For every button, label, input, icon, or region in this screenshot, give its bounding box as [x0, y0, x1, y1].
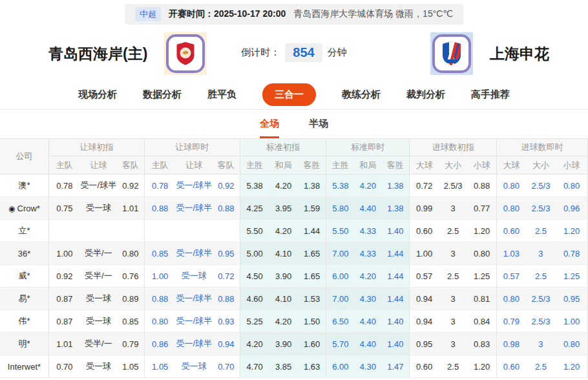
odds-cell: 7.00: [326, 242, 354, 265]
group-header-5: 进球数即时: [497, 139, 588, 156]
odds-cell: 0.78: [556, 242, 587, 265]
odds-cell: 0.81: [467, 288, 496, 310]
nav-tab-3[interactable]: 三合一: [262, 83, 316, 106]
odds-cell: 受半/一: [80, 242, 117, 265]
odds-cell: 1.44: [381, 265, 409, 288]
odds-cell: [213, 220, 240, 242]
nav-tab-6[interactable]: 高手推荐: [471, 83, 510, 106]
company-name: ◉Crow*: [0, 197, 48, 220]
company-column-header: 公司: [0, 139, 48, 174]
odds-cell: 5.50: [326, 220, 354, 242]
odds-cell: 2.5: [526, 355, 556, 378]
group-header-1: 让球即时: [144, 139, 240, 156]
nav-tab-1[interactable]: 数据分析: [143, 83, 182, 106]
odds-cell: 5.50: [240, 220, 269, 242]
odds-cell: 3: [439, 242, 467, 265]
group-header-0: 让球初指: [48, 139, 144, 156]
odds-cell: 2.5/3: [526, 310, 556, 333]
odds-cell: 0.70: [213, 355, 240, 378]
sub-tab-1[interactable]: 半场: [309, 118, 328, 138]
group-header-2: 标准初指: [240, 139, 326, 156]
odds-cell: 4.20: [354, 265, 381, 288]
odds-cell: 3.90: [269, 333, 297, 355]
odds-cell: 4.40: [354, 333, 381, 355]
page: 中超 开赛时间：2025-10-17 20:00 青岛西海岸大学城体育场 微雨，…: [0, 0, 588, 380]
odds-cell: 0.94: [410, 310, 439, 333]
nav-tab-4[interactable]: 教练分析: [342, 83, 381, 106]
odds-cell: 0.80: [497, 288, 526, 310]
odds-cell: 2.5/3: [526, 288, 556, 310]
odds-cell: 6.00: [326, 265, 354, 288]
odds-cell: 2.5: [439, 220, 467, 242]
odds-cell: 0.89: [117, 288, 144, 310]
odds-cell: 5.70: [326, 333, 354, 355]
odds-cell: 2.5/3: [526, 197, 556, 220]
odds-cell: 6.00: [326, 355, 354, 378]
ball-icon: ◉: [8, 204, 15, 213]
odds-cell: 1.00: [556, 310, 587, 333]
odds-cell: 1.44: [381, 288, 409, 310]
odds-cell: 0.95: [213, 242, 240, 265]
sub-header-5-0: 大球: [497, 156, 526, 174]
odds-cell: 受一球: [80, 197, 117, 220]
odds-cell: 0.79: [117, 333, 144, 355]
top-bar: 中超 开赛时间：2025-10-17 20:00 青岛西海岸大学城体育场 微雨，…: [0, 0, 588, 25]
odds-cell: 1.38: [298, 174, 326, 197]
odds-cell: 1.00: [144, 265, 175, 288]
odds-cell: 0.60: [497, 220, 526, 242]
odds-cell: 受一/球半: [176, 333, 213, 355]
odds-cell: 0.88: [144, 197, 175, 220]
odds-cell: [144, 220, 175, 242]
odds-cell: 2.5/3: [526, 174, 556, 197]
odds-cell: 3.95: [269, 197, 297, 220]
odds-cell: 2.5: [439, 355, 467, 378]
odds-cell: 0.80: [467, 242, 496, 265]
odds-cell: 4.20: [269, 220, 297, 242]
sub-header-3-2: 客胜: [381, 156, 409, 174]
nav-tab-0[interactable]: 现场分析: [78, 83, 117, 106]
odds-cell: 0.92: [117, 174, 144, 197]
sub-header-2-2: 客胜: [298, 156, 326, 174]
odds-cell: 1.63: [298, 355, 326, 378]
sub-header-4-0: 大球: [410, 156, 439, 174]
nav-tab-5[interactable]: 裁判分析: [406, 83, 445, 106]
odds-cell: 0.94: [410, 288, 439, 310]
odds-cell: 0.80: [144, 310, 175, 333]
sub-header-1-0: 主队: [144, 156, 175, 174]
odds-cell: 0.75: [48, 197, 79, 220]
nav-tab-2[interactable]: 胜平负: [207, 83, 236, 106]
odds-cell: 1.25: [467, 265, 496, 288]
odds-cell: 1.05: [117, 355, 144, 378]
odds-cell: 5.38: [240, 174, 269, 197]
odds-cell: 4.20: [240, 333, 269, 355]
odds-cell: [176, 220, 213, 242]
odds-cell: 2.5/3: [439, 174, 467, 197]
odds-cell: 0.86: [144, 333, 175, 355]
sub-header-1-1: 让球: [176, 156, 213, 174]
odds-cell: 0.85: [144, 242, 175, 265]
odds-cell: 0.87: [48, 310, 79, 333]
sub-header-4-1: 大小: [439, 156, 467, 174]
odds-cell: 5.25: [240, 310, 269, 333]
odds-cell: 4.50: [240, 265, 269, 288]
odds-cell: 受一/球半: [176, 310, 213, 333]
odds-cell: 1.25: [556, 265, 587, 288]
odds-cell: 0.60: [410, 220, 439, 242]
odds-cell: 1.40: [381, 333, 409, 355]
countdown-unit: 分钟: [328, 47, 347, 59]
sub-tab-0[interactable]: 全场: [260, 118, 279, 138]
away-team-logo: [430, 32, 473, 75]
away-team: 上海申花: [430, 32, 549, 75]
group-header-4: 进球数初指: [410, 139, 497, 156]
venue-weather: 青岛西海岸大学城体育场 微雨，15°C℃: [293, 8, 453, 20]
odds-cell: 0.79: [497, 310, 526, 333]
sub-header-2-0: 主胜: [240, 156, 269, 174]
odds-cell: 4.40: [354, 197, 381, 220]
away-team-name: 上海申花: [490, 44, 549, 64]
odds-cell: 2.5: [526, 220, 556, 242]
odds-cell: 1.01: [48, 333, 79, 355]
table-row: ◉Crow*0.75受一球1.010.88受一/球半0.884.253.951.…: [0, 197, 588, 220]
odds-cell: 0.84: [467, 310, 496, 333]
odds-cell: 1.05: [144, 355, 175, 378]
nav-tabs: 现场分析数据分析胜平负三合一教练分析裁判分析高手推荐: [0, 80, 588, 110]
